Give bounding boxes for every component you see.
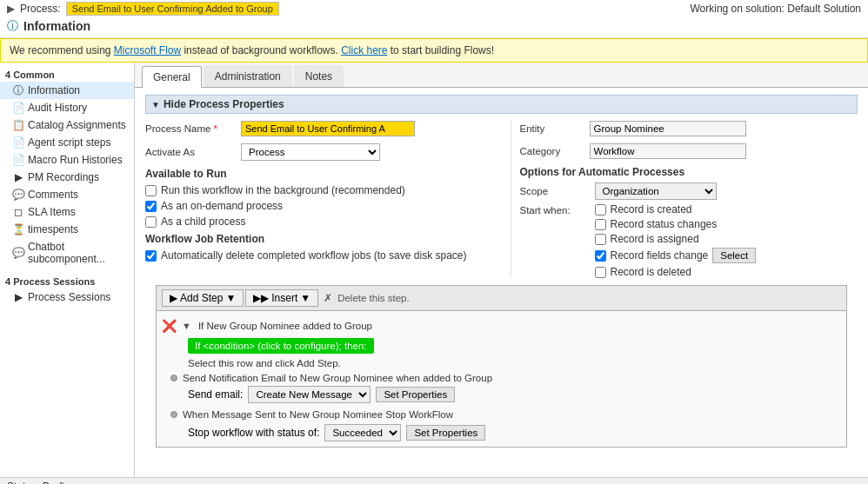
agent-script-steps-icon: 📄: [12, 136, 24, 149]
sw-record-deleted-label: Record is deleted: [611, 266, 691, 278]
banner-link-microsoft-flow[interactable]: Microsoft Flow: [114, 44, 181, 56]
available-to-run-section: Available to Run Run this workflow in th…: [145, 168, 484, 228]
sidebar-section-common: 4 Common: [0, 66, 134, 82]
information-icon: ⓘ: [12, 84, 24, 96]
sidebar-label-pm-recordings: PM Recordings: [28, 171, 99, 183]
sidebar-item-timespents[interactable]: ⏳ timespents: [0, 221, 134, 238]
entity-input[interactable]: [590, 121, 746, 136]
wf-arrow-icon: ▼: [182, 321, 191, 331]
separator: ✗: [320, 292, 336, 304]
banner-text1: We recommend using: [10, 44, 114, 56]
checkbox-run-background: Run this workflow in the background (rec…: [145, 184, 484, 196]
checkbox-auto-delete-input[interactable]: [145, 250, 157, 262]
start-when-label: Start when:: [520, 203, 590, 215]
sidebar-item-audit-history[interactable]: 📄 Audit History: [0, 99, 134, 116]
banner: We recommend using Microsoft Flow instea…: [0, 38, 868, 63]
checkbox-child-process-input[interactable]: [145, 216, 157, 228]
tab-general[interactable]: General: [142, 66, 202, 88]
audit-history-icon: 📄: [12, 102, 24, 114]
process-name-badge: Send Email to User Confirming Added to G…: [66, 2, 279, 16]
checkbox-on-demand-label: As an on-demand process: [161, 200, 283, 212]
send-email-row: Send email: Create New Message Set Prope…: [188, 386, 841, 403]
tabs-bar: General Administration Notes: [135, 63, 868, 88]
category-field: [590, 143, 858, 159]
entity-field: [590, 121, 858, 136]
wf-send-notification-step: Send Notification Email to New Group Nom…: [170, 370, 841, 386]
chatbot-subcomponent-icon: 💬: [12, 247, 24, 259]
workflow-toolbar: ▶ Add Step ▼ ▶▶ Insert ▼ ✗ Delete this s…: [157, 286, 846, 311]
sidebar-label-chatbot-subcomponent: Chatbot subcomponent...: [28, 241, 127, 265]
wf-send-notification-label: Send Notification Email to New Group Nom…: [183, 373, 492, 383]
header-top: ▶ Process: Send Email to User Confirming…: [7, 2, 861, 17]
checkbox-run-background-label: Run this workflow in the background (rec…: [161, 184, 405, 196]
header-block: ▶ Process: Send Email to User Confirming…: [0, 0, 868, 38]
sidebar-label-process-sessions: Process Sessions: [28, 291, 110, 303]
section-header-hide-process[interactable]: ▼ Hide Process Properties: [145, 95, 858, 114]
scope-select[interactable]: Organization: [595, 182, 717, 200]
insert-label: Insert: [271, 292, 297, 304]
stop-workflow-select[interactable]: Succeeded: [324, 424, 401, 441]
activate-as-row: Activate As Process: [145, 143, 484, 161]
status-bar: Status: Draft: [0, 477, 868, 484]
process-name-input[interactable]: [241, 121, 415, 136]
sidebar-item-agent-script-steps[interactable]: 📄 Agent script steps: [0, 134, 134, 151]
banner-link-click-here[interactable]: Click here: [341, 44, 387, 56]
checkbox-on-demand: As an on-demand process: [145, 200, 484, 212]
wf-if-step: ❌ ▼ If New Group Nominee added to Group: [162, 316, 841, 335]
comments-icon: 💬: [12, 189, 24, 201]
sw-record-fields-input[interactable]: [595, 250, 606, 262]
tab-notes[interactable]: Notes: [294, 65, 344, 87]
sidebar-label-agent-script-steps: Agent script steps: [28, 136, 110, 149]
sidebar-label-timespents: timespents: [28, 223, 78, 235]
sidebar-section-process-sessions: 4 Process Sessions: [0, 273, 134, 288]
sw-record-created-input[interactable]: [595, 204, 606, 215]
wf-stop-label: When Message Sent to New Group Nominee S…: [183, 409, 453, 420]
start-when-record-fields: Record fields change Select: [595, 248, 757, 263]
sidebar-item-pm-recordings[interactable]: ▶ PM Recordings: [0, 169, 134, 186]
sw-record-deleted-input[interactable]: [595, 267, 606, 278]
checkbox-on-demand-input[interactable]: [145, 201, 157, 212]
workflow-retention-section: Workflow Job Retention Automatically del…: [145, 233, 484, 262]
sidebar-item-chatbot-subcomponent[interactable]: 💬 Chatbot subcomponent...: [0, 238, 134, 268]
set-properties-button[interactable]: Set Properties: [376, 387, 455, 402]
category-row: Category: [520, 143, 858, 159]
sidebar-item-sla-items[interactable]: ◻ SLA Items: [0, 203, 134, 221]
wf-send-dot: [170, 375, 177, 381]
sidebar-label-sla-items: SLA Items: [28, 206, 76, 218]
process-label: Process:: [20, 3, 61, 15]
add-step-icon: ▶: [170, 292, 177, 304]
form-area: ▼ Hide Process Properties Process Name: [135, 88, 868, 477]
sidebar-item-comments[interactable]: 💬 Comments: [0, 186, 134, 203]
sidebar-item-catalog-assignments[interactable]: 📋 Catalog Assignments: [0, 116, 134, 134]
sw-record-assigned-input[interactable]: [595, 234, 606, 245]
macro-run-histories-icon: 📄: [12, 154, 24, 166]
select-fields-button[interactable]: Select: [712, 248, 756, 263]
workflow-content: ❌ ▼ If New Group Nominee added to Group …: [157, 311, 846, 447]
stop-set-properties-button[interactable]: Set Properties: [406, 425, 485, 441]
tab-administration[interactable]: Administration: [204, 65, 292, 87]
wf-condition-box[interactable]: If <condition> (click to configure); the…: [188, 338, 374, 354]
entity-row: Entity: [520, 121, 858, 136]
process-icon: ▶: [7, 3, 15, 15]
activate-as-select[interactable]: Process: [241, 143, 380, 161]
info-icon: ⓘ: [7, 18, 18, 34]
process-name-label: Process Name: [145, 123, 241, 134]
sidebar-label-information: Information: [28, 84, 80, 96]
checkbox-run-background-input[interactable]: [145, 185, 157, 196]
stop-email-row: Stop workflow with status of: Succeeded …: [188, 424, 841, 441]
sidebar-item-macro-run-histories[interactable]: 📄 Macro Run Histories: [0, 151, 134, 169]
main-layout: 4 Common ⓘ Information 📄 Audit History 📋…: [0, 63, 868, 477]
send-email-select[interactable]: Create New Message: [248, 386, 371, 403]
insert-icon: ▶▶: [253, 292, 269, 304]
sidebar-label-macro-run-histories: Macro Run Histories: [28, 154, 123, 166]
add-step-button[interactable]: ▶ Add Step ▼: [162, 289, 244, 307]
sw-record-status-input[interactable]: [595, 219, 606, 230]
sidebar-item-process-sessions[interactable]: ▶ Process Sessions: [0, 288, 134, 306]
sidebar-item-information[interactable]: ⓘ Information: [0, 82, 134, 99]
process-name-row: Process Name: [145, 121, 484, 136]
insert-dropdown-icon: ▼: [300, 292, 310, 304]
banner-text3: to start building Flows!: [391, 44, 494, 56]
insert-button[interactable]: ▶▶ Insert ▼: [245, 289, 318, 307]
sidebar-label-catalog-assignments: Catalog Assignments: [28, 119, 126, 131]
wf-if-label: If New Group Nominee added to Group: [198, 321, 372, 331]
